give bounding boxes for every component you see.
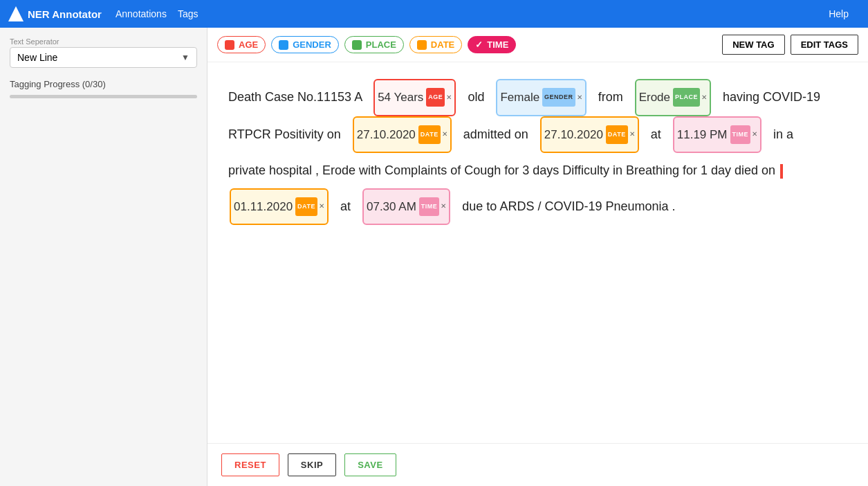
top-nav: NER Annotator Annotations Tags Help [0, 0, 868, 28]
date2-annotation[interactable]: 27.10.2020 DATE ✕ [540, 116, 639, 154]
text-old: old [468, 90, 484, 104]
place-annotation[interactable]: Erode PLACE ✕ [635, 79, 711, 116]
date3-remove-icon[interactable]: ✕ [319, 197, 324, 216]
app-title: NER Annotator [28, 8, 102, 20]
gender-remove-icon[interactable]: ✕ [577, 88, 582, 107]
gender-annotation[interactable]: Female GENDER ✕ [496, 79, 586, 116]
edit-tags-button[interactable]: EDIT TAGS [791, 35, 858, 55]
text-at2: at [340, 199, 351, 213]
date3-value: 01.11.2020 [234, 190, 293, 224]
place-value: Erode [639, 81, 670, 114]
new-tag-button[interactable]: NEW TAG [722, 35, 784, 55]
app-logo: NER Annotator [8, 6, 102, 21]
sidebar: Text Seperator New Line ▼ Tagging Progre… [0, 28, 207, 486]
separator-value: New Line [17, 52, 57, 63]
save-button[interactable]: SAVE [344, 453, 396, 476]
age-badge: AGE [426, 88, 445, 107]
tag-gender[interactable]: GENDER [271, 36, 339, 53]
time2-badge: TIME [419, 197, 440, 216]
dropdown-arrow-icon: ▼ [181, 53, 190, 62]
nav-annotations[interactable]: Annotations [116, 8, 167, 19]
time2-annotation[interactable]: 07.30 AM TIME ✕ [362, 188, 450, 226]
time1-annotation[interactable]: 11.19 PM TIME ✕ [673, 116, 761, 154]
date2-remove-icon[interactable]: ✕ [629, 125, 635, 144]
gender-badge: GENDER [542, 88, 575, 107]
time-check-icon: ✓ [475, 39, 483, 50]
tag-date[interactable]: DATE [409, 36, 462, 53]
tag-place-label: PLACE [366, 39, 396, 50]
cursor-bar [780, 164, 783, 179]
text-at: at [651, 127, 661, 141]
age-value: 54 Years [378, 81, 423, 114]
date3-badge: DATE [295, 197, 317, 216]
gender-color-dot [279, 40, 288, 50]
date3-annotation[interactable]: 01.11.2020 DATE ✕ [230, 188, 329, 226]
logo-icon [8, 6, 24, 21]
date-color-dot [417, 40, 427, 50]
age-annotation[interactable]: 54 Years AGE ✕ [373, 79, 456, 116]
date1-annotation[interactable]: 27.10.2020 DATE ✕ [353, 116, 452, 154]
text-admitted: admitted on [463, 127, 528, 141]
reset-button[interactable]: RESET [221, 453, 279, 476]
date1-value: 27.10.2020 [357, 118, 416, 152]
tagging-progress-label: Tagging Progress (0/30) [10, 79, 197, 89]
content-area: AGE GENDER PLACE DATE ✓ TIME NEW TAG EDI… [207, 28, 868, 486]
place-remove-icon[interactable]: ✕ [701, 88, 707, 107]
text-from: from [598, 90, 623, 104]
skip-button[interactable]: SKIP [288, 453, 336, 476]
tag-date-label: DATE [431, 39, 454, 50]
time1-badge: TIME [730, 125, 751, 144]
annotation-area: Death Case No.11153 A 54 Years AGE ✕ old… [207, 62, 868, 443]
text-in-a: in a [773, 127, 793, 141]
text-private: private hospital , Erode with Complaints… [228, 163, 775, 177]
tag-bar: AGE GENDER PLACE DATE ✓ TIME NEW TAG EDI… [207, 28, 868, 62]
time1-value: 11.19 PM [677, 118, 728, 152]
text-having: having COVID-19 [723, 90, 820, 104]
gender-value: Female [500, 81, 539, 114]
tag-time-label: TIME [487, 39, 508, 50]
date1-remove-icon[interactable]: ✕ [442, 125, 447, 144]
tag-age[interactable]: AGE [217, 36, 266, 53]
date1-badge: DATE [418, 125, 441, 144]
date2-value: 27.10.2020 [544, 118, 603, 152]
time2-remove-icon[interactable]: ✕ [441, 197, 446, 216]
tag-gender-label: GENDER [293, 39, 331, 50]
date2-badge: DATE [606, 125, 628, 144]
text-due: due to ARDS / COVID-19 Pneumonia . [462, 199, 675, 213]
nav-help[interactable]: Help [829, 8, 849, 19]
main-layout: Text Seperator New Line ▼ Tagging Progre… [0, 28, 868, 486]
time2-value: 07.30 AM [367, 190, 416, 224]
tag-place[interactable]: PLACE [344, 36, 404, 53]
separator-label: Text Seperator [10, 37, 197, 46]
time1-remove-icon[interactable]: ✕ [752, 125, 757, 144]
age-color-dot [225, 40, 234, 50]
age-remove-icon[interactable]: ✕ [446, 88, 452, 107]
tag-age-label: AGE [239, 39, 258, 50]
progress-bar [10, 95, 197, 98]
tag-time[interactable]: ✓ TIME [468, 36, 516, 53]
separator-select[interactable]: New Line ▼ [10, 47, 197, 68]
nav-tags[interactable]: Tags [178, 8, 198, 19]
text-rtpcr: RTPCR Positivity on [228, 127, 341, 141]
text-intro: Death Case No.11153 A [228, 90, 362, 104]
place-color-dot [352, 40, 362, 50]
bottom-bar: RESET SKIP SAVE [207, 443, 868, 486]
place-badge: PLACE [673, 88, 700, 107]
